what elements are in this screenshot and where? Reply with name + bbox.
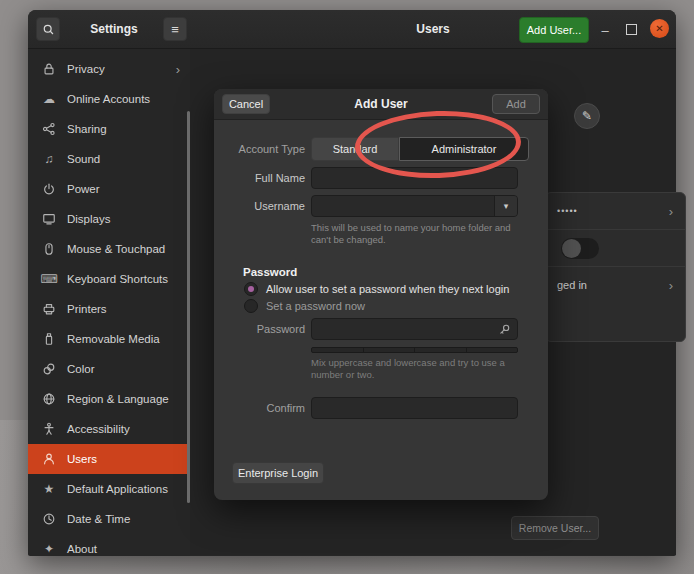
search-icon (42, 23, 55, 36)
app-title: Settings (68, 10, 160, 48)
sidebar-item-label: Default Applications (67, 483, 168, 495)
users-icon (41, 451, 57, 467)
sidebar-item-mouse-touchpad[interactable]: Mouse & Touchpad (28, 234, 190, 264)
sidebar-item-accessibility[interactable]: Accessibility (28, 414, 190, 444)
power-icon (41, 181, 57, 197)
sidebar-item-displays[interactable]: Displays (28, 204, 190, 234)
printer-icon (41, 301, 57, 317)
full-name-label: Full Name (214, 172, 305, 184)
username-dropdown-button[interactable]: ▾ (494, 196, 517, 216)
settings-window: Settings ≡ Users Add User... – ✕ Privacy… (28, 10, 676, 556)
add-user-button[interactable]: Add User... (519, 17, 589, 43)
logged-in-label: ged in (557, 279, 587, 291)
generate-password-icon[interactable] (498, 322, 511, 340)
sidebar-item-label: Date & Time (67, 513, 130, 525)
sidebar-item-power[interactable]: Power (28, 174, 190, 204)
password-input[interactable] (311, 318, 518, 340)
mouse-icon (41, 241, 57, 257)
close-button[interactable]: ✕ (650, 19, 669, 38)
logged-in-row[interactable]: ged in › (546, 267, 685, 303)
radio-unchecked-icon (244, 299, 258, 313)
add-button[interactable]: Add (492, 94, 540, 114)
sidebar-item-removable-media[interactable]: Removable Media (28, 324, 190, 354)
headerbar: Settings ≡ Users Add User... – ✕ (28, 10, 676, 49)
accessibility-icon (41, 421, 57, 437)
sidebar-item-label: About (67, 543, 97, 555)
chevron-right-icon: › (176, 62, 180, 77)
hamburger-icon: ≡ (171, 22, 179, 37)
pencil-icon: ✎ (582, 109, 592, 123)
music-note-icon: ♫ (41, 151, 57, 167)
user-settings-list: ••••• › ged in › (545, 192, 686, 342)
edit-avatar-button[interactable]: ✎ (574, 103, 600, 129)
sidebar-item-label: Privacy (67, 63, 105, 75)
password-label: Password (214, 323, 305, 335)
sidebar-item-label: Region & Language (67, 393, 169, 405)
sidebar-item-sound[interactable]: ♫ Sound (28, 144, 190, 174)
minimize-button[interactable]: – (598, 23, 612, 38)
star-icon: ★ (41, 481, 57, 497)
desktop: Settings ≡ Users Add User... – ✕ Privacy… (0, 0, 694, 574)
username-help-text: This will be used to name your home fold… (311, 222, 521, 246)
search-button[interactable] (36, 17, 60, 41)
automatic-login-row (546, 230, 685, 267)
sidebar-item-online-accounts[interactable]: ☁ Online Accounts (28, 84, 190, 114)
sidebar-item-label: Users (67, 453, 97, 465)
confirm-password-input[interactable] (311, 397, 518, 419)
remove-user-button[interactable]: Remove User... (511, 516, 599, 540)
radio-next-login[interactable]: Allow user to set a password when they n… (244, 282, 509, 296)
password-strength-meter (311, 347, 518, 353)
automatic-login-toggle[interactable] (561, 238, 599, 259)
chevron-right-icon: › (669, 204, 673, 219)
sidebar-item-label: Sharing (67, 123, 107, 135)
about-icon: ✦ (41, 541, 57, 557)
sidebar-item-label: Printers (67, 303, 107, 315)
account-type-label: Account Type (214, 143, 305, 155)
sidebar-item-region-language[interactable]: Region & Language (28, 384, 190, 414)
dialog-header: Cancel Add User Add (214, 89, 548, 120)
sidebar-item-sharing[interactable]: Sharing (28, 114, 190, 144)
maximize-button[interactable] (626, 24, 637, 35)
removable-media-icon (41, 331, 57, 347)
toggle-knob (562, 239, 581, 258)
clock-icon (41, 511, 57, 527)
sidebar-item-privacy[interactable]: Privacy › (28, 54, 190, 84)
sidebar-item-about[interactable]: ✦ About (28, 534, 190, 564)
sidebar-item-label: Power (67, 183, 100, 195)
keyboard-icon: ⌨ (41, 271, 57, 287)
sidebar-item-default-applications[interactable]: ★ Default Applications (28, 474, 190, 504)
hamburger-menu-button[interactable]: ≡ (163, 17, 187, 41)
sidebar-item-label: Sound (67, 153, 100, 165)
sidebar-item-color[interactable]: Color (28, 354, 190, 384)
password-row[interactable]: ••••• › (546, 193, 685, 230)
password-section-heading: Password (243, 266, 297, 278)
page-title: Users (328, 10, 538, 48)
sidebar-item-printers[interactable]: Printers (28, 294, 190, 324)
sidebar-item-users[interactable]: Users (28, 444, 190, 474)
sidebar-item-label: Keyboard Shortcuts (67, 273, 168, 285)
color-icon (41, 361, 57, 377)
radio-set-now[interactable]: Set a password now (244, 299, 365, 313)
radio-label: Set a password now (266, 300, 365, 312)
username-input[interactable]: ▾ (311, 195, 518, 217)
sidebar-item-label: Color (67, 363, 94, 375)
radio-label: Allow user to set a password when they n… (266, 283, 509, 295)
sidebar-item-date-time[interactable]: Date & Time (28, 504, 190, 534)
sidebar-item-label: Removable Media (67, 333, 160, 345)
share-icon (41, 121, 57, 137)
monitor-icon (41, 211, 57, 227)
sidebar-item-label: Online Accounts (67, 93, 150, 105)
password-hint-text: Mix uppercase and lowercase and try to u… (311, 357, 521, 381)
chevron-right-icon: › (669, 278, 673, 293)
sidebar-item-label: Accessibility (67, 423, 130, 435)
radio-checked-icon (244, 282, 258, 296)
globe-icon (41, 391, 57, 407)
enterprise-login-button[interactable]: Enterprise Login (232, 462, 324, 484)
sidebar-item-label: Displays (67, 213, 110, 225)
sidebar-item-keyboard-shortcuts[interactable]: ⌨ Keyboard Shortcuts (28, 264, 190, 294)
sidebar-item-label: Mouse & Touchpad (67, 243, 165, 255)
lock-icon (41, 61, 57, 77)
sidebar: Privacy › ☁ Online Accounts Sharing ♫ So… (28, 49, 190, 555)
password-dots: ••••• (557, 206, 578, 216)
confirm-label: Confirm (214, 402, 305, 414)
